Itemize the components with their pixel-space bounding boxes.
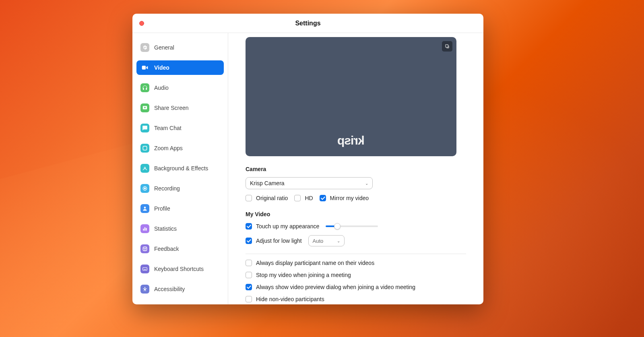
- sidebar-item-feedback[interactable]: Feedback: [136, 242, 224, 256]
- svg-rect-0: [142, 66, 146, 69]
- checkbox-box: [294, 195, 301, 201]
- checkbox-label: Always show video preview dialog when jo…: [256, 284, 415, 290]
- window-title: Settings: [132, 20, 483, 27]
- window-body: General Video Audio Share Screen: [132, 33, 483, 304]
- low-light-mode-select[interactable]: Auto ⌄: [308, 235, 345, 246]
- profile-icon: [140, 204, 149, 213]
- sidebar-item-zoom-apps[interactable]: Zoom Apps: [136, 141, 224, 155]
- touch-up-checkbox[interactable]: Touch up my appearance: [246, 223, 319, 229]
- svg-rect-15: [446, 45, 448, 47]
- sidebar-item-label: Profile: [154, 205, 170, 212]
- touch-up-slider[interactable]: [326, 225, 378, 227]
- svg-rect-8: [144, 227, 145, 231]
- sidebar-item-label: Share Screen: [154, 105, 189, 111]
- record-icon: [140, 184, 149, 193]
- checkbox-box: [246, 296, 252, 302]
- original-ratio-checkbox[interactable]: Original ratio: [246, 195, 288, 201]
- sidebar-item-label: Team Chat: [154, 125, 182, 131]
- checkbox-label: Touch up my appearance: [256, 223, 319, 229]
- apps-icon: [140, 144, 149, 153]
- checkbox-label: Always display participant name on their…: [256, 260, 374, 266]
- titlebar: Settings: [132, 14, 483, 33]
- chat-icon: [140, 124, 149, 132]
- camera-selected-value: Krisp Camera: [250, 180, 285, 186]
- checkbox-label: HD: [305, 195, 313, 201]
- checkbox-box: [246, 195, 252, 201]
- sidebar-item-label: Keyboard Shortcuts: [154, 266, 204, 272]
- checkbox-box: [246, 238, 252, 244]
- checkbox-label: Adjust for low light: [256, 238, 302, 244]
- statistics-icon: [140, 224, 149, 233]
- sidebar-item-recording[interactable]: Recording: [136, 181, 224, 196]
- gear-icon: [140, 43, 149, 52]
- low-light-mode-value: Auto: [313, 238, 324, 244]
- sidebar-item-label: Zoom Apps: [154, 145, 183, 151]
- sidebar-item-profile[interactable]: Profile: [136, 201, 224, 216]
- sidebar-item-statistics[interactable]: Statistics: [136, 221, 224, 236]
- svg-point-5: [144, 188, 146, 189]
- checkbox-label: Original ratio: [256, 195, 288, 201]
- sidebar-item-accessibility[interactable]: Accessibility: [136, 282, 224, 296]
- sidebar-item-label: Video: [154, 64, 169, 71]
- checkbox-label: Stop my video when joining a meeting: [256, 272, 351, 278]
- chevron-down-icon: ⌄: [365, 181, 368, 186]
- background-icon: [140, 164, 149, 173]
- rotate-camera-button[interactable]: [442, 41, 452, 52]
- sidebar-item-label: Accessibility: [154, 286, 185, 292]
- svg-rect-2: [143, 146, 147, 150]
- svg-rect-13: [143, 268, 147, 271]
- video-icon: [140, 63, 149, 72]
- sidebar-item-label: Background & Effects: [154, 165, 208, 172]
- settings-content: krisp Camera Krisp Camera ⌄ Original rat…: [228, 33, 483, 304]
- checkbox-box: [246, 272, 252, 278]
- svg-point-6: [144, 207, 146, 209]
- accessibility-icon: [140, 285, 149, 294]
- my-video-section-label: My Video: [246, 211, 466, 217]
- mirror-video-checkbox[interactable]: Mirror my video: [320, 195, 369, 201]
- checkbox-box: [320, 195, 326, 201]
- camera-select[interactable]: Krisp Camera ⌄: [246, 177, 373, 189]
- svg-point-11: [144, 248, 144, 248]
- keyboard-icon: [140, 265, 149, 273]
- sidebar-item-label: General: [154, 44, 174, 51]
- sidebar-item-share-screen[interactable]: Share Screen: [136, 101, 224, 115]
- checkbox-box: [246, 223, 252, 229]
- sidebar-item-audio[interactable]: Audio: [136, 81, 224, 95]
- sidebar-item-label: Audio: [154, 85, 169, 91]
- stop-video-checkbox[interactable]: Stop my video when joining a meeting: [246, 272, 466, 278]
- hide-nonvideo-checkbox[interactable]: Hide non-video participants: [246, 296, 466, 302]
- sidebar-item-label: Recording: [154, 185, 180, 192]
- checkbox-box: [246, 284, 252, 290]
- close-button[interactable]: [139, 21, 144, 26]
- checkbox-box: [246, 260, 252, 266]
- sidebar-item-keyboard-shortcuts[interactable]: Keyboard Shortcuts: [136, 262, 224, 276]
- svg-rect-9: [146, 228, 147, 230]
- svg-point-14: [144, 287, 146, 288]
- sidebar-item-background-effects[interactable]: Background & Effects: [136, 161, 224, 176]
- share-screen-icon: [140, 103, 149, 112]
- sidebar-item-video[interactable]: Video: [136, 60, 224, 75]
- low-light-checkbox[interactable]: Adjust for low light: [246, 238, 302, 244]
- sidebar-item-label: Statistics: [154, 225, 177, 232]
- preview-dialog-checkbox[interactable]: Always show video preview dialog when jo…: [246, 284, 466, 290]
- svg-point-12: [145, 248, 146, 248]
- chevron-down-icon: ⌄: [337, 239, 340, 243]
- checkbox-label: Mirror my video: [330, 195, 369, 201]
- sidebar-item-general[interactable]: General: [136, 40, 224, 55]
- divider: [246, 254, 466, 254]
- sidebar-item-label: Feedback: [154, 246, 179, 252]
- feedback-icon: [140, 244, 149, 253]
- sidebar-item-team-chat[interactable]: Team Chat: [136, 121, 224, 135]
- display-name-checkbox[interactable]: Always display participant name on their…: [246, 260, 466, 266]
- hd-checkbox[interactable]: HD: [294, 195, 313, 201]
- svg-point-3: [144, 167, 146, 169]
- settings-window: Settings General Video Audio: [132, 14, 483, 304]
- headphones-icon: [140, 83, 149, 92]
- sidebar: General Video Audio Share Screen: [132, 33, 228, 304]
- svg-rect-7: [143, 229, 144, 231]
- checkbox-label: Hide non-video participants: [256, 296, 324, 302]
- slider-thumb[interactable]: [334, 223, 341, 229]
- camera-section-label: Camera: [246, 166, 466, 172]
- video-preview: krisp: [246, 37, 456, 156]
- camera-feed-logo: krisp: [338, 134, 365, 147]
